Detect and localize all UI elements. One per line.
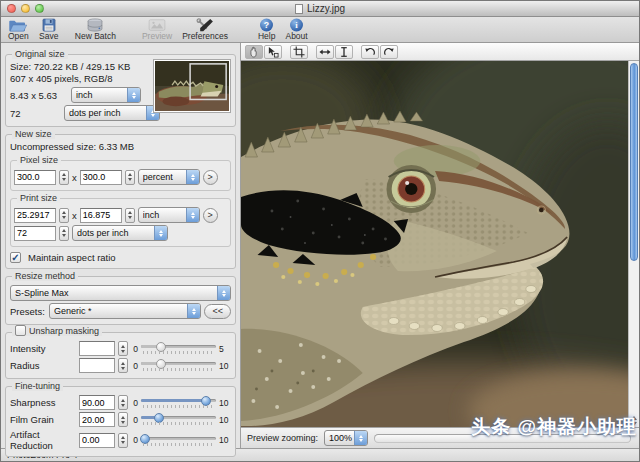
title-bar[interactable]: Lizzy.jpg bbox=[1, 1, 639, 17]
main-toolbar: Open Save New Batch bbox=[1, 17, 639, 43]
window-title: Lizzy.jpg bbox=[307, 3, 345, 14]
about-button[interactable]: i About bbox=[280, 18, 312, 42]
save-button[interactable]: Save bbox=[34, 18, 64, 42]
preferences-button[interactable]: Preferences bbox=[177, 18, 233, 42]
radius-stepper[interactable] bbox=[118, 358, 128, 373]
intensity-label: Intensity bbox=[10, 343, 76, 354]
collapse-presets-button[interactable]: << bbox=[204, 304, 231, 319]
redo-button[interactable] bbox=[380, 45, 398, 59]
resize-horizontal-tool-button[interactable] bbox=[316, 45, 334, 59]
watermark-text: 头条 @神器小助理 bbox=[471, 414, 637, 440]
undo-arrow-icon bbox=[364, 46, 376, 58]
film-grain-field[interactable] bbox=[79, 412, 115, 427]
radius-slider[interactable]: 0 10 bbox=[131, 359, 231, 372]
app-window: Lizzy.jpg Open Save bbox=[0, 0, 640, 462]
original-dpi: 72 bbox=[10, 108, 23, 119]
original-print-dims: 8.43 x 5.63 bbox=[10, 90, 68, 101]
print-more-button[interactable]: > bbox=[203, 208, 218, 223]
pointer-select-icon bbox=[267, 46, 279, 58]
main-area: Original size Size: 720.22 KB / 429.15 K… bbox=[1, 43, 639, 448]
dropdown-arrows-icon bbox=[217, 286, 230, 300]
pixel-width-field[interactable] bbox=[14, 170, 56, 185]
presets-dropdown[interactable]: Generic * bbox=[49, 303, 201, 319]
pixel-more-button[interactable]: > bbox=[203, 170, 218, 185]
about-icon: i bbox=[289, 18, 304, 32]
print-size-group: Print size x inch > bbox=[10, 198, 231, 247]
sharpness-stepper[interactable] bbox=[118, 395, 128, 410]
resize-method-dropdown[interactable]: S-Spline Max bbox=[10, 285, 231, 301]
radius-label: Radius bbox=[10, 360, 76, 371]
radius-field[interactable] bbox=[79, 358, 115, 373]
new-batch-button[interactable]: New Batch bbox=[70, 18, 121, 42]
zoom-window-button[interactable] bbox=[35, 4, 44, 13]
redo-arrow-icon bbox=[383, 46, 395, 58]
close-window-button[interactable] bbox=[7, 4, 16, 13]
artifact-reduction-field[interactable] bbox=[79, 433, 115, 448]
pixel-unit-dropdown[interactable]: percent bbox=[138, 169, 200, 185]
undo-button[interactable] bbox=[361, 45, 379, 59]
preview-zooming-label: Preview zooming: bbox=[247, 433, 318, 443]
window-controls bbox=[7, 4, 44, 13]
new-size-label: New size bbox=[12, 129, 55, 139]
preview-button[interactable]: Preview bbox=[137, 18, 177, 42]
print-height-field[interactable] bbox=[80, 208, 122, 223]
resize-vertical-tool-button[interactable] bbox=[335, 45, 353, 59]
unsharp-masking-group: Unsharp masking Intensity 0 5 Radius bbox=[5, 332, 236, 379]
artifact-reduction-stepper[interactable] bbox=[118, 433, 128, 448]
dropdown-arrows-icon bbox=[154, 226, 167, 240]
open-folder-icon bbox=[8, 18, 28, 32]
intensity-row: Intensity 0 5 bbox=[10, 341, 231, 356]
sharpness-row: Sharpness 0 10 bbox=[10, 395, 231, 410]
pixel-height-field[interactable] bbox=[80, 170, 122, 185]
intensity-slider[interactable]: 0 5 bbox=[131, 342, 231, 355]
print-width-field[interactable] bbox=[14, 208, 56, 223]
help-button[interactable]: ? Help bbox=[253, 18, 280, 42]
pixel-width-stepper[interactable] bbox=[59, 170, 69, 185]
vertical-scrollbar-thumb[interactable] bbox=[630, 63, 638, 261]
print-height-stepper[interactable] bbox=[125, 208, 135, 223]
minimize-window-button[interactable] bbox=[21, 4, 30, 13]
original-dpi-unit-dropdown[interactable]: dots per inch bbox=[64, 105, 160, 121]
sharpness-label: Sharpness bbox=[10, 397, 76, 408]
presets-label: Presets: bbox=[10, 306, 46, 317]
sharpness-slider[interactable]: 0 10 bbox=[131, 396, 231, 409]
select-tool-button[interactable] bbox=[264, 45, 282, 59]
times-label: x bbox=[72, 172, 77, 183]
crop-tool-button[interactable] bbox=[290, 45, 308, 59]
unsharp-masking-checkbox[interactable] bbox=[15, 325, 26, 336]
dropdown-arrows-icon bbox=[127, 88, 140, 102]
artifact-reduction-slider[interactable]: 0 10 bbox=[131, 434, 231, 447]
horizontal-arrow-icon bbox=[319, 46, 331, 58]
settings-panel: Original size Size: 720.22 KB / 429.15 K… bbox=[1, 43, 241, 448]
vertical-scrollbar[interactable] bbox=[628, 61, 639, 427]
new-size-group: New size Uncompressed size: 6.33 MB Pixe… bbox=[5, 134, 236, 269]
thumbnail-image bbox=[155, 61, 229, 111]
preview-image bbox=[241, 61, 628, 427]
preview-pane: Preview zooming: 100% 头条 @神器小助理 bbox=[241, 43, 639, 448]
print-dpi-stepper[interactable] bbox=[59, 226, 69, 241]
resize-method-group: Resize method S-Spline Max Presets: Gene… bbox=[5, 276, 236, 325]
preview-canvas[interactable] bbox=[241, 61, 628, 427]
dropdown-arrows-icon bbox=[186, 170, 199, 184]
original-unit-dropdown[interactable]: inch bbox=[71, 87, 141, 103]
maintain-aspect-checkbox[interactable] bbox=[10, 252, 21, 263]
film-grain-stepper[interactable] bbox=[118, 412, 128, 427]
fine-tuning-label: Fine-tuning bbox=[12, 381, 63, 391]
dropdown-arrows-icon bbox=[186, 208, 199, 222]
open-button[interactable]: Open bbox=[3, 18, 34, 42]
original-thumbnail[interactable] bbox=[153, 59, 231, 113]
original-file-size: Size: 720.22 KB / 429.15 KB bbox=[10, 61, 160, 73]
hand-tool-button[interactable] bbox=[245, 45, 263, 59]
film-grain-slider[interactable]: 0 10 bbox=[131, 413, 231, 426]
intensity-stepper[interactable] bbox=[118, 341, 128, 356]
film-grain-row: Film Grain 0 10 bbox=[10, 412, 231, 427]
intensity-field[interactable] bbox=[79, 341, 115, 356]
pixel-height-stepper[interactable] bbox=[125, 170, 135, 185]
print-dpi-field[interactable] bbox=[14, 226, 56, 241]
sharpness-field[interactable] bbox=[79, 395, 115, 410]
print-unit-dropdown[interactable]: inch bbox=[138, 207, 200, 223]
print-dpi-unit-dropdown[interactable]: dots per inch bbox=[72, 225, 168, 241]
print-width-stepper[interactable] bbox=[59, 208, 69, 223]
preview-zoom-dropdown[interactable]: 100% bbox=[324, 430, 368, 446]
preview-viewport bbox=[241, 61, 639, 427]
